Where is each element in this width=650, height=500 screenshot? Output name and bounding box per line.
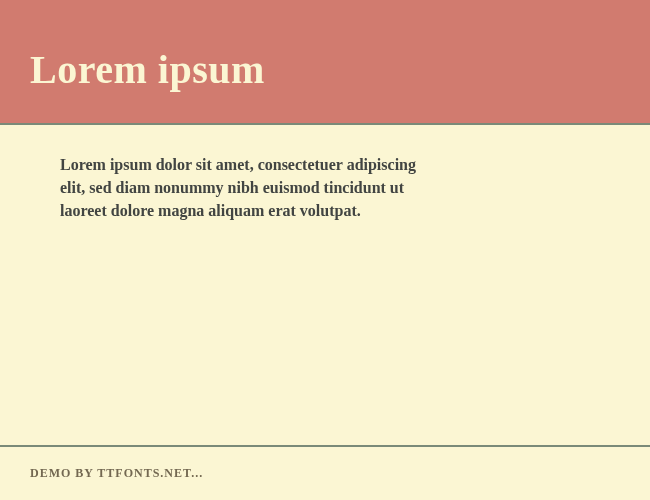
footer-text: DEMO BY TTFONTS.NET...: [30, 466, 203, 481]
header-banner: Lorem ipsum: [0, 0, 650, 123]
body-text: Lorem ipsum dolor sit amet, consectetuer…: [60, 153, 440, 223]
page-title: Lorem ipsum: [30, 46, 265, 93]
footer: DEMO BY TTFONTS.NET...: [0, 447, 650, 500]
content-area: Lorem ipsum dolor sit amet, consectetuer…: [0, 125, 650, 445]
